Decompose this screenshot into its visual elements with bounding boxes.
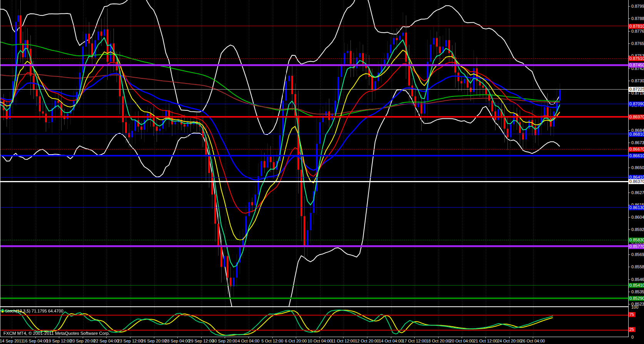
time-tick-mark [106,337,107,338]
horizontal-line-0.87450[interactable] [0,64,628,66]
price-tick-label: 0.86730 [631,141,644,145]
price-tick-label: 0.87880 [631,17,644,21]
price-tick-mark [629,217,630,218]
price-tick-label: 0.87305 [631,79,644,83]
price-tick-mark [629,43,630,44]
price-tick-label: 0.85465 [631,278,644,282]
horizontal-line-0.87810[interactable] [0,26,628,26]
horizontal-line-0.86370[interactable] [0,181,628,182]
time-tick-mark [154,337,154,338]
time-tick-mark [438,337,439,338]
price-tick-label: 0.85695 [631,253,644,257]
time-label: 30 Sep 20:00 [212,339,237,343]
price-tick-mark [629,279,630,280]
horizontal-line-0.86130[interactable] [0,207,628,208]
price-tick-label: 0.87650 [631,42,644,46]
time-label: 11 Oct 12:00 [331,339,355,343]
horizontal-line-0.87090[interactable] [0,104,628,104]
horizontal-line-0.87510[interactable] [0,58,628,59]
price-tick-label: 0.86040 [631,215,644,219]
price-tick-mark [629,267,630,267]
stoch-level-line-25[interactable] [0,330,628,331]
time-tick-mark [272,337,273,338]
time-tick-mark [59,337,59,338]
time-label: 20 Oct 04:00 [450,339,474,343]
price-line-label: 0.86370 [629,179,644,184]
time-label: 12 Oct 20:00 [355,339,379,343]
time-label: 17 Oct 12:00 [402,339,427,343]
stoch-level-label: 0 [631,335,634,339]
horizontal-line-0.87225[interactable] [0,89,628,90]
horizontal-line-0.86410[interactable] [0,177,628,178]
price-line-label: 0.87090 [629,101,644,106]
price-line-label: 0.86970 [629,115,644,120]
copyright-text: FXCM MT4, © 2001-2011 MetaQuotes Softwar… [3,331,110,336]
time-label: 18 Oct 20:00 [426,339,450,343]
time-tick-mark [12,337,12,338]
stoch-level-label: 75 [629,312,636,317]
time-tick-mark [414,337,415,338]
price-tick-label: 0.87995 [631,4,644,8]
time-label: 5 Oct 12:00 [262,339,284,343]
price-tick-mark [629,31,630,32]
stoch-d-marker-icon [2,311,3,312]
price-tick-mark [629,229,630,230]
time-tick-mark [320,337,320,338]
price-tick-label: 0.85925 [631,228,644,232]
time-label: 16 Sep 04:00 [23,339,48,343]
stoch-level-line-75[interactable] [0,315,628,316]
price-line-label: 0.86670 [629,147,644,152]
time-axis[interactable]: 14 Sep 201116 Sep 04:0019 Sep 12:0020 Se… [0,337,644,344]
price-tick-mark [629,18,630,19]
price-tick-label: 0.85580 [631,265,644,269]
time-tick-mark [249,337,249,338]
horizontal-line-0.86670[interactable] [0,149,628,150]
price-line-label: 0.85770 [629,244,644,249]
price-line-label: 0.85410 [629,283,644,288]
horizontal-line-0.86610[interactable] [0,155,628,156]
time-label: 26 Oct 04:00 [521,339,545,343]
horizontal-line-0.85770[interactable] [0,245,628,247]
price-pane[interactable] [0,0,629,307]
time-tick-mark [225,337,225,338]
time-tick-mark [533,337,533,338]
horizontal-line-0.86810[interactable] [0,134,628,134]
price-axis[interactable]: 0.879950.878800.877650.876500.875350.874… [629,0,644,344]
price-line-label: 0.86610 [629,153,644,158]
time-tick-mark [130,337,130,338]
price-tick-label: 0.86500 [631,166,644,170]
price-line-label: 0.87510 [629,56,644,61]
time-label: 4 Oct 04:00 [238,339,260,343]
time-tick-mark [201,337,202,338]
price-tick-mark [629,254,630,255]
time-tick-mark [83,337,83,338]
price-tick-mark [629,130,630,131]
time-label: 28 Sep 04:00 [165,339,190,343]
time-tick-mark [35,337,36,338]
time-tick-mark [343,337,344,338]
stoch-k-marker-icon [2,309,3,311]
price-tick-mark [629,193,630,193]
price-tick-mark [629,143,630,143]
horizontal-line-0.86970[interactable] [0,116,628,118]
stochastic-pane[interactable]: Stoch(13,3,5) 71.1795 64.4700 FXCM MT4, … [0,307,629,337]
time-label: 14 Sep 2011 [0,339,23,343]
price-tick-mark [629,304,630,304]
price-line-label: 0.86810 [629,132,644,137]
time-label: 24 Oct 20:00 [497,339,522,343]
time-tick-mark [486,337,486,338]
time-label: 26 Sep 20:00 [141,339,166,343]
stoch-level-label: 100 [631,305,638,309]
time-label: 19 Sep 12:00 [46,339,71,343]
time-tick-mark [177,337,178,338]
price-tick-mark [629,168,630,168]
price-tick-label: 0.85350 [631,290,644,294]
horizontal-line-0.85410[interactable] [0,285,628,286]
horizontal-line-0.85830[interactable] [0,240,628,240]
price-chart-canvas[interactable] [0,0,628,306]
price-tick-mark [629,6,630,7]
price-tick-mark [629,292,630,292]
price-tick-mark [629,93,630,93]
horizontal-line-0.85290[interactable] [0,297,628,299]
time-tick-mark [509,337,510,338]
